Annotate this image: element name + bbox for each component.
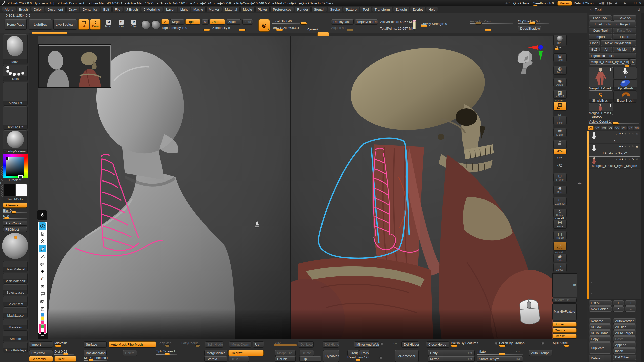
bb-flip-button[interactable]: Flip <box>299 356 321 362</box>
menu-item[interactable]: Stencil <box>311 7 327 12</box>
strip-lock-button[interactable] <box>553 140 567 149</box>
tool-thumb-merged-1[interactable]: 3 Merged_TPose1_ <box>589 67 613 90</box>
bb-delmt-button[interactable]: DelMT <box>228 356 249 362</box>
clear-all-button[interactable] <box>39 283 46 290</box>
line-tool-button[interactable] <box>39 253 46 260</box>
bb-del-higher-button[interactable]: Del Higher <box>323 341 339 347</box>
material-thumb[interactable]: StartupMaterial <box>3 130 28 154</box>
active-tool-r-button[interactable]: R <box>630 59 636 65</box>
quick-pick-item[interactable]: MaskLasso <box>3 307 28 318</box>
menu-item[interactable]: Movie <box>240 7 255 12</box>
deep-shadow-button[interactable]: DeepShadow <box>518 26 541 31</box>
blur-slider[interactable]: Blur 0 <box>3 209 27 214</box>
bb-import-button[interactable]: Import <box>29 341 53 347</box>
secondary-color-swatch[interactable] <box>16 184 27 196</box>
adjust-last-slider[interactable]: AdjustLast <box>331 26 361 31</box>
menu-item[interactable]: Tool <box>360 7 371 12</box>
quick-pick-item[interactable]: Smooth <box>3 330 28 341</box>
save-as-button[interactable]: Save As <box>613 15 636 21</box>
stroke-curve-icon[interactable]: ◎S <box>258 19 270 32</box>
make-polymesh3d-button[interactable]: Make PolyMesh3D <box>601 40 636 46</box>
tool-thumb-simplebrush[interactable]: S SimpleBrush <box>589 91 613 103</box>
mrgb-toggle[interactable]: Mrgb <box>170 19 184 24</box>
paste-tool-button[interactable]: Paste Tool <box>613 28 636 33</box>
menu-item[interactable]: Stroke <box>328 7 342 12</box>
bb-sdiv-slider[interactable]: SDiv <box>274 341 297 347</box>
folder-down-button[interactable]: ↳ <box>625 306 636 312</box>
reference-image-box[interactable] <box>39 45 111 87</box>
fillobject-button[interactable]: FillObject <box>3 227 27 232</box>
menu-item[interactable]: Macro <box>191 7 206 12</box>
bb-dynamesh-button[interactable]: DynaMesh <box>323 350 339 362</box>
all-to-home-button[interactable]: All To Home <box>589 330 611 336</box>
load-tool-button[interactable]: Load Tool <box>589 15 612 21</box>
strip-scroll-button[interactable]: ⊞Scroll <box>553 53 567 62</box>
version-tab[interactable]: V2 <box>594 126 600 130</box>
bb-zremesher-button[interactable]: ZRemesher <box>395 350 419 362</box>
current-material-sphere[interactable] <box>2 233 28 259</box>
zsub-toggle[interactable]: Zsub <box>226 19 241 24</box>
strip-rotate-button[interactable]: ↻Rotate <box>553 209 567 217</box>
texture-thumb[interactable]: Texture Off <box>3 106 28 130</box>
show-hide-button[interactable] <box>39 222 46 230</box>
bb-auto-groups-button[interactable]: Auto Groups <box>529 350 552 356</box>
strip-rotate-z-button[interactable]: ↺Z <box>553 163 566 169</box>
strip-floor-button[interactable]: ⊥Floor <box>553 116 567 125</box>
all-high-button[interactable]: All High <box>613 324 636 330</box>
zcut-toggle[interactable]: Zcut <box>242 19 253 24</box>
stroke-thumb[interactable]: Dots <box>3 65 28 81</box>
accucurve-button[interactable]: AccuCurve <box>3 221 27 226</box>
strip-aahalf-button[interactable]: ◪AAHalf <box>553 90 567 99</box>
lightbox-button[interactable]: LightBox <box>29 19 52 30</box>
menu-item[interactable]: Preferences <box>270 7 294 12</box>
minimize-button[interactable]: ⌄ <box>629 1 632 5</box>
bb-polish-by-groups-slider[interactable]: Polish By Groups <box>499 341 539 347</box>
screenshot-button[interactable] <box>39 298 46 305</box>
strip-zoom3d-button[interactable]: ⊙Zoom3D <box>553 197 567 206</box>
mask-by-feature-button[interactable]: MaskByFeature <box>552 303 577 320</box>
bb-midvalue-slider[interactable]: MidValue 0 <box>54 341 82 347</box>
m-toggle[interactable]: M <box>202 19 209 24</box>
menu-item[interactable]: Color <box>31 7 44 12</box>
alpha-thumb[interactable]: Alpha Off <box>3 82 28 106</box>
left-tray-resize-handle-2[interactable] <box>1 185 3 200</box>
eraser-tool-button[interactable] <box>39 260 46 267</box>
strip-frame-button[interactable]: ⊡Frame <box>553 173 567 182</box>
left-tray-expand-icon[interactable]: ▶ <box>0 182 2 184</box>
bb-split-hidden-button[interactable]: Split Hidden <box>205 341 223 347</box>
z-intensity-slider[interactable]: Z Intensity 51 <box>212 26 246 31</box>
clipboard-button[interactable] <box>39 305 46 313</box>
menu-item[interactable]: Dynamics <box>80 7 100 12</box>
copy-tool-button[interactable]: Copy Tool <box>589 28 612 33</box>
bb-mirror-button[interactable]: Mirrorxyz <box>428 356 475 362</box>
alternate-button[interactable]: Alternate <box>3 203 27 208</box>
bb-colorize-button[interactable]: Colorize <box>228 350 264 356</box>
clone-button[interactable]: Clone <box>589 40 600 46</box>
cursor-tool-button[interactable] <box>39 230 46 237</box>
strip-persp-button[interactable]: ▦Persp <box>553 102 567 111</box>
anchor-toggle[interactable]: A <box>161 19 169 24</box>
replay-last-rel-button[interactable]: ReplayLastRel <box>355 19 378 24</box>
tool-thumb-figure[interactable]: 4 <box>613 67 637 79</box>
subtool-item-2[interactable]: ⌄ ●● ◐ ◑ ✎ ◉ J Anatomy Step-2 <box>589 144 640 156</box>
visible-count-slider[interactable]: Visible Count 14 <box>589 120 639 125</box>
rgb-intensity-slider[interactable]: Rgb Intensity 100 <box>162 26 209 31</box>
menu-item[interactable]: Document <box>45 7 66 12</box>
lightbox-progress-strip[interactable] <box>32 32 67 34</box>
bb-storemt-button[interactable]: StoreMT <box>204 356 227 362</box>
load-tools-from-project-button[interactable]: Load Tools From Project <box>589 21 636 27</box>
bb-mirror-weld-option-dot[interactable] <box>380 342 383 345</box>
move-mode-button[interactable]: M Move <box>104 20 114 28</box>
strip-move-button[interactable]: ⊕Move <box>553 186 567 194</box>
menu-item[interactable]: Picker <box>255 7 270 12</box>
bb-split-screen-left-slider[interactable]: Split Screen 1 <box>156 350 177 356</box>
menu-item[interactable]: Edit <box>101 7 111 12</box>
right-panel-resize-icon[interactable]: ◀▶ <box>578 182 581 185</box>
list-all-button[interactable]: List All <box>589 300 612 306</box>
focal-shift-slider[interactable]: Focal Shift 40 <box>272 19 305 25</box>
menu-item[interactable]: File <box>112 7 123 12</box>
tool-thumb-eraserbrush[interactable]: EraserBrush <box>613 91 637 103</box>
strip-solo-button[interactable]: ◉Solo <box>553 254 567 262</box>
bb-groups-button[interactable]: Groups <box>347 350 358 356</box>
tool-thumb-merged-2[interactable]: 3 Merged_TPose1_ <box>589 103 613 115</box>
